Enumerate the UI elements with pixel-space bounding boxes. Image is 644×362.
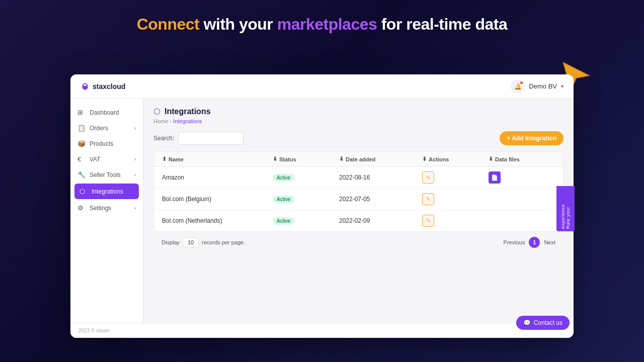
records-suffix: records per page. [202,239,245,245]
sidebar-item-label: Seller Tools [90,171,121,178]
sidebar-item-label: Integrations [92,188,123,195]
row-name: Amazon [162,174,273,181]
search-label: Search: [153,135,174,142]
integrations-title-icon: ⬡ [153,107,160,116]
next-page-button[interactable]: Next [544,239,555,245]
sort-icon: ⬇ [339,156,344,162]
records-display: Display records per page. [162,237,245,247]
edit-button[interactable]: ✎ [422,193,434,205]
col-data-files: ⬇ Data files [489,156,555,162]
row-name: Bol.com (Netherlands) [162,217,273,224]
row-actions: ✎ [422,193,489,205]
display-label: Display [162,239,180,245]
sidebar-item-products[interactable]: 📦 Products [70,136,143,151]
main-content: ⬡ Integrations Home › Integrations Searc… [143,99,574,323]
headline-marketplaces: marketplaces [277,15,377,33]
footer: 2023 © staxer [70,323,574,338]
settings-icon: ⚙ [77,204,86,212]
table-row: Bol.com (Belgium) Active 2022-07-05 ✎ [154,189,563,210]
sidebar-item-integrations[interactable]: ⬡ Integrations [74,184,139,199]
sidebar-item-label: VAT [90,156,101,163]
page-header: ⬡ Integrations [153,107,564,116]
row-actions: ✎ [422,171,489,184]
user-name[interactable]: Demo BV [529,82,557,90]
page-title: Integrations [165,107,211,116]
search-area: Search: [153,132,244,145]
file-button[interactable]: 📄 [489,171,501,184]
sidebar-item-label: Orders [90,125,108,132]
chevron-right-icon: › [134,172,136,177]
sidebar-item-seller-tools[interactable]: 🔧 Seller Tools › [70,167,143,183]
row-status: Active [273,217,339,225]
row-date: 2022-07-05 [339,196,422,203]
edit-button[interactable]: ✎ [422,171,434,184]
records-per-page-input[interactable] [183,237,199,247]
col-actions: ⬇ Actions [422,156,489,162]
row-actions: ✎ [422,215,489,227]
chevron-right-icon: › [134,157,136,162]
sort-icon: ⬆ [162,156,167,162]
sort-icon: ⬇ [489,156,493,162]
pagination-area: Display records per page. Previous 1 Nex… [153,232,564,250]
pagination-controls: Previous 1 Next [504,237,555,248]
rate-experience-tab[interactable]: Rate your experience [556,186,575,231]
row-status: Active [273,196,339,203]
table-row: Bol.com (Netherlands) Active 2022-02-09 … [154,210,563,231]
sidebar-item-label: Settings [90,205,111,212]
chevron-down-icon: ▾ [561,83,564,89]
sidebar-item-settings[interactable]: ⚙ Settings › [70,200,143,216]
add-integration-button[interactable]: + Add Integration [500,131,564,145]
chevron-right-icon: › [134,126,136,131]
sort-icon: ⬇ [273,156,277,162]
status-badge: Active [273,174,294,182]
breadcrumb: Home › Integrations [153,118,564,124]
data-table: ⬆ Name ⬇ Status ⬇ Date added ⬇ Actions [153,151,564,232]
chat-icon: 💬 [523,319,531,326]
user-area: 🔔 Demo BV ▾ [511,79,564,94]
sidebar-item-dashboard[interactable]: ⊞ Dashboard [70,105,143,120]
seller-tools-icon: 🔧 [77,171,86,178]
products-icon: 📦 [77,140,86,147]
ui-window: staxcloud 🔔 Demo BV ▾ ⊞ Dashboard 📋 Orde… [70,74,574,338]
search-input[interactable] [178,132,244,145]
status-badge: Active [273,217,294,225]
chevron-right-icon: › [134,206,136,211]
table-header: ⬆ Name ⬇ Status ⬇ Date added ⬇ Actions [154,152,563,167]
row-date: 2022-08-16 [339,174,422,181]
row-data-files: 📄 [489,171,555,184]
breadcrumb-home[interactable]: Home [153,118,168,124]
logo-area: staxcloud [80,82,125,91]
current-page-number[interactable]: 1 [529,237,540,248]
row-name: Bol.com (Belgium) [162,196,273,203]
dashboard-icon: ⊞ [77,109,86,116]
sidebar-item-label: Dashboard [90,109,119,116]
sidebar-item-orders[interactable]: 📋 Orders › [70,120,143,136]
table-row: Amazon Active 2022-08-16 ✎ 📄 [154,167,563,189]
breadcrumb-current: Integrations [173,118,202,124]
notification-bell[interactable]: 🔔 [511,79,525,94]
contact-us-button[interactable]: 💬 Contact us [516,316,570,330]
hero-headline: Connect with your marketplaces for real-… [0,0,644,34]
row-date: 2022-02-09 [339,217,422,224]
body-area: ⊞ Dashboard 📋 Orders › 📦 Products € VAT … [70,99,574,323]
copyright-text: 2023 © staxer [78,328,110,333]
status-badge: Active [273,196,294,203]
col-name: ⬆ Name [162,156,273,162]
sidebar-item-vat[interactable]: € VAT › [70,151,143,167]
col-status: ⬇ Status [273,156,339,162]
col-date-added: ⬇ Date added [339,156,422,162]
sidebar: ⊞ Dashboard 📋 Orders › 📦 Products € VAT … [70,99,143,323]
notification-dot [520,81,523,84]
top-bar: staxcloud 🔔 Demo BV ▾ [70,74,574,99]
prev-page-button[interactable]: Previous [504,239,525,245]
headline-connect: Connect [137,15,200,33]
vat-icon: € [77,155,86,163]
logo-text: staxcloud [93,82,125,90]
integrations-icon: ⬡ [79,188,88,195]
logo-icon [80,82,90,91]
orders-icon: 📋 [77,124,86,132]
sidebar-item-label: Products [90,140,113,147]
toolbar: Search: + Add Integration [153,131,564,145]
row-status: Active [273,174,339,182]
edit-button[interactable]: ✎ [422,215,434,227]
